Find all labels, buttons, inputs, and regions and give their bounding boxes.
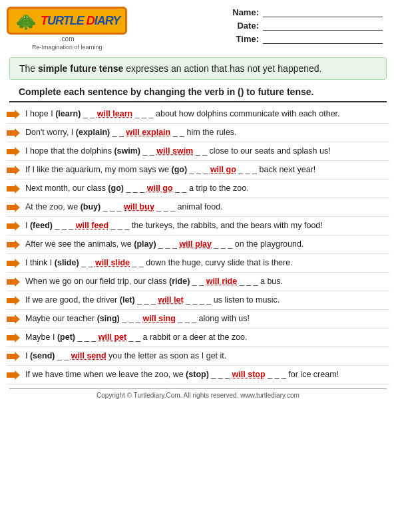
info-text-after: expresses an action that has not yet hap… [123, 63, 321, 74]
sentence-row-13: Maybe I (pet) _ _ _ will pet _ _ a rabbi… [7, 329, 389, 347]
sentence-text-13: Maybe I (pet) _ _ _ will pet _ _ a rabbi… [25, 332, 389, 344]
sentence-after-12: along with us! [196, 314, 250, 323]
sentence-text-9: I think I (slide) _ _ will slide _ _ dow… [25, 257, 389, 269]
sentence-answer-6: will buy [124, 202, 154, 211]
arrow-icon-15 [7, 370, 21, 380]
svg-point-10 [27, 17, 28, 18]
blanks-after-11: _ _ _ _ [184, 295, 212, 305]
sentence-row-12: Maybe our teacher (sing) _ _ _ will sing… [7, 310, 389, 329]
arrow-icon-4 [7, 165, 21, 176]
sentence-verb-14: (send) [30, 351, 55, 360]
svg-marker-27 [7, 352, 20, 361]
svg-marker-17 [7, 166, 20, 175]
sentence-before-8: After we see the animals, we [25, 239, 134, 249]
sentence-row-4: If I like the aquarium, my mom says we (… [7, 161, 389, 180]
sentence-verb-2: (explain) [76, 128, 110, 137]
date-label: Date: [232, 21, 259, 31]
sentences-area: I hope I (learn) _ _ will learn _ _ _ ab… [0, 105, 396, 384]
time-field-row: Time: [232, 33, 383, 44]
svg-marker-20 [7, 221, 20, 231]
blanks-after-15: _ _ _ [266, 370, 286, 379]
sentence-before-9: I think I [25, 258, 55, 267]
sentence-verb-1: (learn) [55, 109, 81, 118]
sentence-row-3: I hope that the dolphins (swim) _ _ will… [7, 142, 389, 161]
blanks-before-15: _ _ _ [209, 370, 232, 379]
svg-point-9 [25, 17, 25, 18]
sentence-text-8: After we see the animals, we (play) _ _ … [25, 239, 389, 251]
blanks-before-3: _ _ [140, 146, 156, 156]
arrow-icon-10 [7, 277, 21, 287]
svg-marker-14 [7, 110, 20, 119]
sentence-row-1: I hope I (learn) _ _ will learn _ _ _ ab… [7, 105, 389, 124]
sentence-row-11: If we are good, the driver (let) _ _ _ w… [7, 291, 389, 310]
footer-text: Copyright © Turtlediary.Com. All rights … [97, 392, 299, 399]
logo-tagline: Re-Imagination of learning [32, 44, 102, 51]
arrow-icon-5 [7, 184, 21, 194]
page-footer: Copyright © Turtlediary.Com. All rights … [9, 388, 387, 403]
sentence-before-14: I [25, 351, 30, 360]
blanks-before-8: _ _ _ [156, 239, 180, 249]
sentence-verb-3: (swim) [114, 146, 140, 156]
fields-area: Name: Date: Time: [232, 7, 383, 44]
logo-com: .com [60, 35, 75, 43]
sentence-before-10: When we go on our field trip, our class [25, 277, 169, 286]
sentence-verb-7: (feed) [30, 221, 53, 230]
blanks-after-10: _ _ _ [237, 277, 258, 286]
arrow-icon-13 [7, 332, 21, 343]
info-bold: simple future tense [38, 63, 123, 74]
sentence-text-12: Maybe our teacher (sing) _ _ _ will sing… [25, 313, 389, 325]
sentence-before-3: I hope that the dolphins [25, 146, 114, 156]
sentence-text-6: At the zoo, we (buy) _ _ _ will buy _ _ … [25, 201, 389, 213]
sentence-before-13: Maybe I [25, 332, 57, 342]
sentence-text-7: I (feed) _ _ _ will feed _ _ _ the turke… [25, 220, 389, 232]
info-box: The simple future tense expresses an act… [9, 57, 387, 80]
sentence-row-10: When we go on our field trip, our class … [7, 273, 389, 291]
sentence-answer-11: will let [158, 295, 183, 305]
sentence-verb-10: (ride) [169, 277, 190, 286]
sentence-after-8: on the playground. [232, 239, 303, 249]
instructions: Complete each sentence by changing the v… [9, 84, 387, 102]
sentence-answer-8: will play [179, 239, 212, 249]
sentence-text-14: I (send) _ _ will send you the letter as… [25, 350, 389, 362]
sentence-verb-13: (pet) [57, 332, 75, 342]
blanks-after-2: _ _ [170, 128, 184, 137]
svg-marker-18 [7, 184, 20, 194]
sentence-after-2: him the rules. [184, 128, 237, 137]
blanks-before-14: _ _ [55, 351, 71, 360]
name-field-row: Name: [232, 7, 383, 17]
sentence-answer-12: will sing [142, 314, 175, 323]
blanks-before-1: _ _ [81, 109, 97, 118]
arrow-icon-9 [7, 258, 21, 269]
blanks-before-11: _ _ _ [135, 295, 158, 305]
blanks-before-12: _ _ _ [120, 314, 143, 323]
svg-marker-25 [7, 315, 20, 324]
blanks-after-6: _ _ _ [154, 202, 175, 211]
blanks-after-7: _ _ _ [108, 221, 129, 230]
sentence-answer-9: will slide [95, 258, 130, 267]
svg-marker-15 [7, 128, 20, 138]
blanks-after-9: _ _ [130, 258, 144, 267]
sentence-verb-9: (slide) [55, 258, 79, 267]
sentence-row-14: I (send) _ _ will send you the letter as… [7, 347, 389, 366]
blanks-after-13: _ _ [126, 332, 140, 342]
sentence-after-13: a rabbit or a deer at the zoo. [140, 332, 248, 342]
sentence-text-1: I hope I (learn) _ _ will learn _ _ _ ab… [25, 108, 389, 120]
svg-marker-16 [7, 147, 20, 156]
sentence-answer-5: will go [147, 184, 173, 193]
blanks-before-6: _ _ _ [100, 202, 124, 211]
date-field-row: Date: [232, 20, 383, 31]
arrow-icon-3 [7, 146, 21, 157]
sentence-before-5: Next month, our class [25, 184, 108, 193]
sentence-after-4: back next year! [257, 165, 315, 174]
sentence-before-11: If we are good, the driver [25, 295, 120, 305]
svg-marker-23 [7, 277, 20, 287]
turtle-icon [14, 11, 38, 30]
sentence-answer-7: will feed [76, 221, 108, 230]
time-label: Time: [232, 34, 259, 44]
blanks-after-12: _ _ _ [176, 314, 196, 323]
sentence-verb-5: (go) [108, 184, 124, 193]
arrow-icon-12 [7, 314, 21, 325]
sentence-after-6: animal food. [175, 202, 223, 211]
sentence-answer-3: will swim [156, 146, 193, 156]
svg-marker-21 [7, 240, 20, 249]
